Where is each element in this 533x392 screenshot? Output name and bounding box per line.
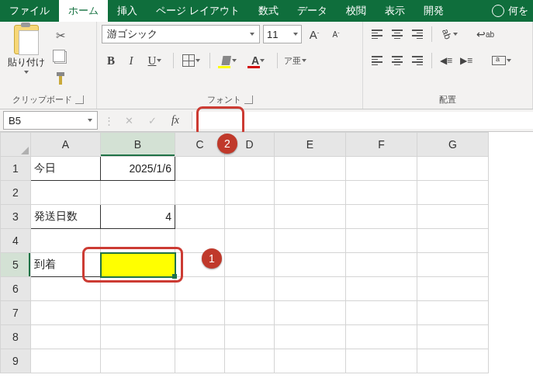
- cell[interactable]: [346, 253, 417, 277]
- cell-B1[interactable]: 2025/1/6: [101, 157, 175, 181]
- cell[interactable]: [346, 229, 417, 253]
- italic-button[interactable]: I: [122, 51, 140, 70]
- name-box[interactable]: B5: [3, 111, 98, 130]
- font-color-button[interactable]: A: [244, 51, 272, 70]
- borders-button[interactable]: [178, 51, 205, 70]
- cell-A3[interactable]: 発送日数: [31, 205, 101, 229]
- cell[interactable]: [175, 157, 225, 181]
- copy-button[interactable]: [51, 48, 70, 67]
- cell[interactable]: [225, 181, 275, 205]
- cell[interactable]: [225, 301, 275, 325]
- confirm-edit-button[interactable]: ✓: [145, 113, 159, 127]
- tab-page-layout[interactable]: ページ レイアウト: [147, 0, 249, 22]
- cell[interactable]: [101, 181, 175, 205]
- cancel-edit-button[interactable]: ✕: [122, 113, 136, 127]
- bold-button[interactable]: B: [102, 51, 120, 70]
- row-header-2[interactable]: 2: [1, 181, 31, 205]
- tab-formulas[interactable]: 数式: [249, 0, 288, 22]
- cell[interactable]: [417, 229, 489, 253]
- cell-B3[interactable]: 4: [101, 205, 175, 229]
- row-header-9[interactable]: 9: [1, 349, 31, 373]
- cell[interactable]: [225, 349, 275, 373]
- align-middle-button[interactable]: [388, 25, 407, 43]
- row-header-4[interactable]: 4: [1, 229, 31, 253]
- font-name-combo[interactable]: 游ゴシック: [102, 25, 260, 43]
- cell[interactable]: [175, 277, 225, 301]
- cell[interactable]: [225, 253, 275, 277]
- dialog-launcher-icon[interactable]: [75, 95, 84, 104]
- cell[interactable]: [417, 205, 489, 229]
- cell[interactable]: [31, 229, 101, 253]
- decrease-indent-button[interactable]: ◀≡: [437, 51, 455, 70]
- cell[interactable]: [175, 349, 225, 373]
- cell[interactable]: [101, 277, 175, 301]
- cell[interactable]: [31, 301, 101, 325]
- row-header-8[interactable]: 8: [1, 325, 31, 349]
- tab-developer[interactable]: 開発: [414, 0, 453, 22]
- cell[interactable]: [275, 181, 346, 205]
- cell[interactable]: [175, 205, 225, 229]
- select-all-corner[interactable]: [1, 133, 31, 157]
- cell[interactable]: [275, 229, 346, 253]
- cell[interactable]: [346, 157, 417, 181]
- cell[interactable]: [275, 157, 346, 181]
- cell[interactable]: [175, 301, 225, 325]
- tab-review[interactable]: 校閲: [337, 0, 376, 22]
- tell-me[interactable]: 何を: [487, 0, 533, 22]
- grow-font-button[interactable]: Aˆ: [305, 25, 324, 43]
- cell[interactable]: [346, 325, 417, 349]
- cell[interactable]: [31, 181, 101, 205]
- cell[interactable]: [31, 349, 101, 373]
- cell[interactable]: [225, 277, 275, 301]
- row-header-6[interactable]: 6: [1, 277, 31, 301]
- cell[interactable]: [31, 277, 101, 301]
- cell[interactable]: [225, 205, 275, 229]
- cell[interactable]: [101, 301, 175, 325]
- cell-B5[interactable]: [101, 253, 175, 277]
- cell[interactable]: [225, 229, 275, 253]
- tab-view[interactable]: 表示: [376, 0, 414, 22]
- col-header-E[interactable]: E: [275, 133, 346, 157]
- merge-center-button[interactable]: [488, 51, 516, 70]
- tab-file[interactable]: ファイル: [0, 0, 59, 22]
- tab-insert[interactable]: 挿入: [108, 0, 147, 22]
- cell[interactable]: [175, 229, 225, 253]
- tab-home[interactable]: ホーム: [59, 0, 108, 22]
- cell[interactable]: [275, 253, 346, 277]
- underline-button[interactable]: U: [142, 51, 168, 70]
- align-center-button[interactable]: [388, 51, 407, 70]
- row-header-1[interactable]: 1: [1, 157, 31, 181]
- wrap-text-button[interactable]: ↩ab: [476, 25, 495, 43]
- cut-button[interactable]: ✂: [51, 26, 70, 45]
- cell[interactable]: [417, 253, 489, 277]
- cell[interactable]: [275, 277, 346, 301]
- col-header-F[interactable]: F: [346, 133, 417, 157]
- cell[interactable]: [31, 325, 101, 349]
- row-header-5[interactable]: 5: [1, 253, 31, 277]
- cell[interactable]: [346, 277, 417, 301]
- cell[interactable]: [275, 349, 346, 373]
- align-bottom-button[interactable]: [408, 25, 427, 43]
- tab-data[interactable]: データ: [288, 0, 337, 22]
- font-size-combo[interactable]: 11: [263, 25, 302, 43]
- align-top-button[interactable]: [368, 25, 386, 43]
- cell[interactable]: [175, 181, 225, 205]
- formula-bar[interactable]: [192, 112, 533, 129]
- cell[interactable]: [346, 181, 417, 205]
- dialog-launcher-icon[interactable]: [244, 95, 253, 104]
- cell[interactable]: [417, 325, 489, 349]
- row-header-3[interactable]: 3: [1, 205, 31, 229]
- cell[interactable]: [225, 157, 275, 181]
- paste-button[interactable]: 貼り付け: [5, 25, 48, 74]
- row-header-7[interactable]: 7: [1, 301, 31, 325]
- shrink-font-button[interactable]: Aˇ: [327, 25, 345, 43]
- orientation-button[interactable]: ab: [437, 25, 463, 43]
- cell[interactable]: [417, 349, 489, 373]
- cell[interactable]: [417, 301, 489, 325]
- cell[interactable]: [101, 349, 175, 373]
- format-painter-button[interactable]: [51, 70, 70, 88]
- align-right-button[interactable]: [408, 51, 427, 70]
- cell[interactable]: [101, 325, 175, 349]
- cell[interactable]: [346, 301, 417, 325]
- cell[interactable]: [175, 325, 225, 349]
